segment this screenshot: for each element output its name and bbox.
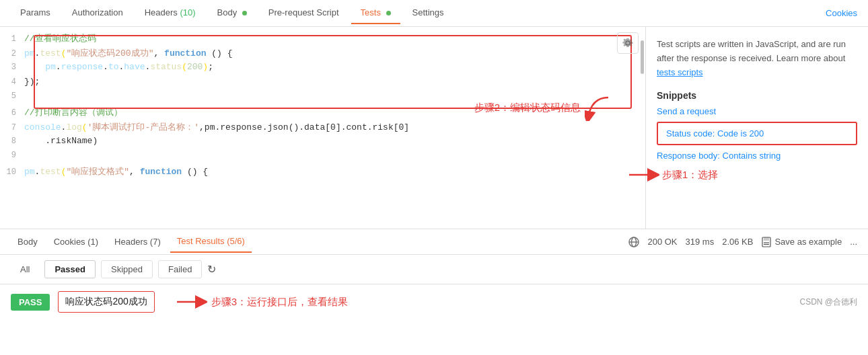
code-line-9: 9 [0, 151, 645, 165]
arrow-step1-icon [626, 168, 659, 182]
test-name: 响应状态码200成功 [58, 291, 154, 313]
status-code-snippet[interactable]: Status code: Code is 200 [657, 122, 857, 145]
filter-passed-button[interactable]: Passed [44, 260, 96, 278]
code-line-1: 1 //查看响应状态码 [0, 32, 645, 47]
tab-params[interactable]: Params [11, 2, 60, 24]
annotation-step3: 步骤3：运行接口后，查看结果 [174, 295, 348, 309]
tab-settings[interactable]: Settings [403, 2, 454, 24]
code-line-4: 4 }); [0, 77, 645, 91]
bottom-tabs-bar: Body Cookies (1) Headers (7) Test Result… [0, 229, 868, 255]
save-label: Save as example [774, 237, 842, 247]
save-as-example-button[interactable]: Save as example [761, 237, 842, 247]
arrow-step2-icon [585, 94, 612, 121]
btab-headers[interactable]: Headers (7) [108, 231, 168, 252]
svg-rect-4 [764, 237, 769, 241]
globe-icon [628, 237, 639, 247]
code-line-3: 3 pm.response.to.have.status(200); [0, 62, 645, 77]
code-line-7: 7 console.log('脚本调试打印-产品名称：',pm.response… [0, 121, 645, 136]
save-icon [761, 237, 772, 247]
test-results-row: PASS 响应状态码200成功 步骤3：运行接口后，查看结果 CSDN @合德利 [0, 284, 868, 319]
filter-failed-button[interactable]: Failed [158, 260, 202, 278]
snippets-title: Snippets [657, 90, 857, 101]
bottom-panel: Body Cookies (1) Headers (7) Test Result… [0, 229, 868, 319]
response-size: 2.06 KB [722, 237, 753, 247]
btab-body[interactable]: Body [11, 231, 44, 252]
tab-authorization[interactable]: Authorization [63, 2, 133, 24]
gear-icon [622, 38, 633, 48]
status-ok-badge: 200 OK [647, 237, 677, 247]
code-line-8: 8 .riskName) [0, 136, 645, 151]
help-description: Test scripts are written in JavaScript, … [657, 38, 857, 79]
filter-skipped-button[interactable]: Skipped [101, 260, 153, 278]
editor-settings-button[interactable] [617, 32, 639, 54]
annotation-step1: 步骤1：选择 [626, 168, 718, 182]
filter-all-button[interactable]: All [11, 261, 39, 278]
test-filter-bar: All Passed Skipped Failed ↻ [0, 255, 868, 284]
response-body-snippet[interactable]: Response body: Contains string [657, 151, 857, 161]
send-request-snippet[interactable]: Send a request [657, 106, 857, 116]
arrow-step3-icon [174, 295, 207, 309]
tab-cookies[interactable]: Cookies [826, 8, 857, 18]
reload-button[interactable]: ↻ [207, 263, 216, 276]
scrollbar[interactable] [641, 40, 644, 74]
tab-headers[interactable]: Headers (10) [135, 2, 205, 24]
more-options-button[interactable]: ... [850, 237, 857, 247]
pass-badge: PASS [11, 294, 50, 311]
code-line-2: 2 pm.test("响应状态码200成功", function () { [0, 47, 645, 62]
btab-test-results[interactable]: Test Results (5/6) [170, 231, 252, 253]
tab-prerequest[interactable]: Pre-request Script [259, 2, 349, 24]
tests-scripts-link[interactable]: tests scripts [657, 67, 703, 77]
btab-cookies[interactable]: Cookies (1) [47, 231, 105, 252]
code-line-10: 10 pm.test("响应报文格式", function () { [0, 165, 645, 180]
status-bar: 200 OK 319 ms 2.06 KB Save as example ..… [628, 237, 857, 247]
code-editor[interactable]: 1 //查看响应状态码 2 pm.test("响应状态码200成功", func… [0, 27, 645, 229]
tab-body[interactable]: Body [208, 2, 256, 24]
footer-text: CSDN @合德利 [799, 297, 857, 308]
right-panel: Test scripts are written in JavaScript, … [646, 27, 868, 229]
annotation-step2: 步骤2：编辑状态码信息 [474, 94, 612, 121]
tab-tests[interactable]: Tests [351, 2, 400, 24]
top-tabs-bar: Params Authorization Headers (10) Body P… [0, 0, 868, 27]
response-time: 319 ms [686, 237, 715, 247]
